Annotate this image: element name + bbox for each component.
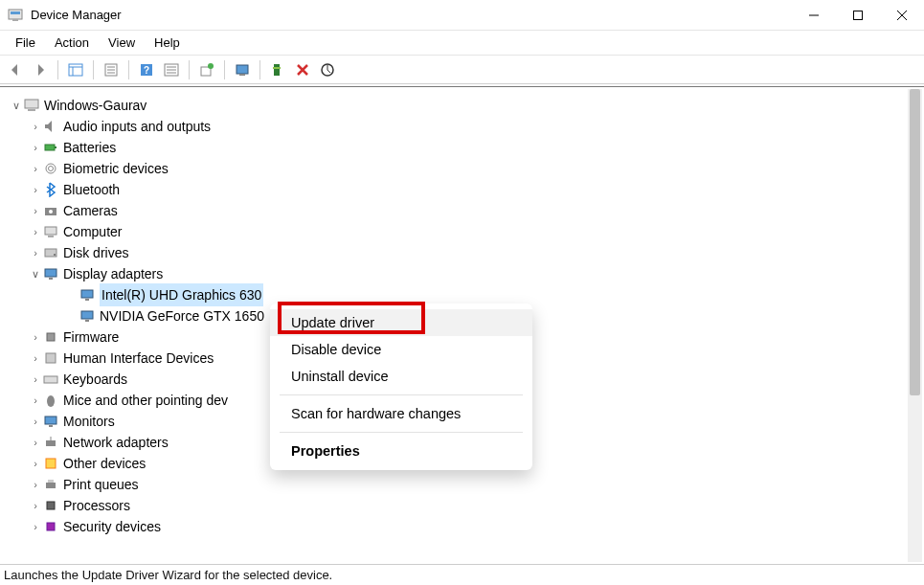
svg-rect-50 [49, 425, 53, 427]
tree-item-disk[interactable]: ›Disk drives [29, 242, 908, 263]
nav-back-button[interactable] [4, 58, 27, 81]
chevron-right-icon[interactable]: › [29, 516, 42, 537]
chevron-right-icon[interactable]: › [29, 369, 42, 390]
close-button[interactable] [880, 0, 924, 31]
toolbar-separator [57, 60, 58, 79]
menu-file[interactable]: File [6, 33, 45, 53]
svg-point-31 [46, 164, 56, 173]
chevron-right-icon[interactable]: › [29, 179, 42, 200]
monitor-icon [42, 414, 59, 429]
cpu-icon [42, 498, 59, 513]
svg-rect-2 [12, 19, 18, 21]
chevron-down-icon[interactable]: ∨ [29, 263, 42, 284]
svg-rect-41 [81, 290, 93, 298]
maximize-button[interactable] [836, 0, 880, 31]
help-button[interactable]: ? [135, 58, 158, 81]
ctx-properties[interactable]: Properties [270, 438, 532, 464]
computer-icon [42, 224, 59, 239]
uninstall-device-button[interactable] [266, 58, 289, 81]
ctx-disable-device[interactable]: Disable device [270, 336, 532, 363]
computer-icon [23, 98, 40, 113]
action-list-button[interactable] [160, 58, 183, 81]
properties-button[interactable] [100, 58, 123, 81]
scan-hardware-button[interactable] [316, 58, 339, 81]
svg-rect-25 [273, 67, 281, 69]
svg-rect-51 [46, 440, 56, 446]
display-adapter-icon [42, 266, 59, 281]
svg-rect-44 [85, 320, 89, 322]
toolbar: ? [0, 56, 924, 84]
scrollbar-thumb[interactable] [910, 89, 920, 395]
disk-icon [42, 245, 59, 260]
tree-item-print[interactable]: ›Print queues [29, 474, 908, 495]
minimize-button[interactable] [792, 0, 836, 31]
speaker-icon [42, 119, 59, 134]
chevron-right-icon[interactable]: › [29, 495, 42, 516]
svg-rect-36 [48, 236, 54, 237]
tree-item-display[interactable]: ∨Display adapters [29, 263, 908, 284]
chevron-right-icon[interactable]: › [29, 390, 42, 411]
svg-rect-28 [28, 109, 35, 111]
vertical-scrollbar[interactable] [908, 89, 922, 562]
show-hide-tree-button[interactable] [64, 58, 87, 81]
toolbar-separator [189, 60, 190, 79]
nav-forward-button[interactable] [29, 58, 52, 81]
menu-view[interactable]: View [99, 33, 145, 53]
context-menu-separator [280, 394, 523, 395]
tree-item-biometric[interactable]: ›Biometric devices [29, 158, 908, 179]
disable-device-button[interactable] [231, 58, 254, 81]
chevron-right-icon[interactable]: › [29, 116, 42, 137]
printer-icon [42, 477, 59, 492]
chevron-right-icon[interactable]: › [29, 474, 42, 495]
context-menu: Update driver Disable device Uninstall d… [270, 304, 532, 470]
menu-action[interactable]: Action [45, 33, 99, 53]
tree-root[interactable]: ∨ Windows-Gaurav [10, 95, 908, 116]
svg-rect-56 [47, 502, 55, 509]
chevron-right-icon[interactable]: › [29, 326, 42, 348]
chevron-right-icon[interactable]: › [29, 137, 42, 158]
ctx-scan-hardware[interactable]: Scan for hardware changes [270, 400, 532, 427]
svg-rect-45 [47, 333, 55, 341]
svg-rect-27 [25, 100, 38, 108]
chevron-right-icon[interactable]: › [29, 348, 42, 369]
tree-item-security[interactable]: ›Security devices [29, 516, 908, 537]
update-driver-button[interactable] [195, 58, 218, 81]
svg-rect-53 [46, 459, 56, 468]
svg-rect-49 [45, 416, 56, 424]
tree-item-computer[interactable]: ›Computer [29, 221, 908, 242]
chevron-right-icon[interactable]: › [29, 158, 42, 179]
tree-item-processors[interactable]: ›Processors [29, 495, 908, 516]
svg-rect-29 [45, 145, 55, 150]
svg-text:?: ? [144, 65, 149, 76]
chevron-right-icon[interactable]: › [29, 221, 42, 242]
tree-item-intel-gpu[interactable]: Intel(R) UHD Graphics 630 [65, 284, 908, 305]
mouse-icon [42, 393, 59, 408]
status-bar: Launches the Update Driver Wizard for th… [0, 564, 924, 585]
menu-help[interactable]: Help [145, 33, 190, 53]
tree-item-audio[interactable]: ›Audio inputs and outputs [29, 116, 908, 137]
svg-rect-39 [45, 269, 56, 277]
ctx-uninstall-device[interactable]: Uninstall device [270, 363, 532, 390]
ctx-update-driver[interactable]: Update driver [270, 309, 532, 336]
chevron-right-icon[interactable]: › [29, 432, 42, 453]
svg-rect-46 [46, 353, 56, 363]
chevron-right-icon[interactable]: › [29, 453, 42, 474]
fingerprint-icon [42, 161, 59, 176]
tree-item-cameras[interactable]: ›Cameras [29, 200, 908, 221]
svg-point-48 [47, 395, 55, 407]
chevron-right-icon[interactable]: › [29, 200, 42, 221]
tree-item-batteries[interactable]: ›Batteries [29, 137, 908, 158]
display-adapter-icon [79, 308, 96, 324]
svg-point-21 [208, 63, 214, 69]
tree-root-label: Windows-Gaurav [44, 95, 146, 116]
delete-icon[interactable] [291, 58, 314, 81]
chevron-right-icon[interactable]: › [29, 411, 42, 432]
chevron-right-icon[interactable]: › [29, 242, 42, 263]
tree-item-bluetooth[interactable]: ›Bluetooth [29, 179, 908, 200]
svg-rect-57 [47, 523, 55, 530]
expander-icon[interactable]: ∨ [10, 95, 23, 116]
svg-rect-1 [11, 11, 20, 14]
svg-rect-54 [46, 483, 56, 488]
svg-point-38 [54, 254, 56, 256]
svg-rect-23 [239, 74, 245, 76]
